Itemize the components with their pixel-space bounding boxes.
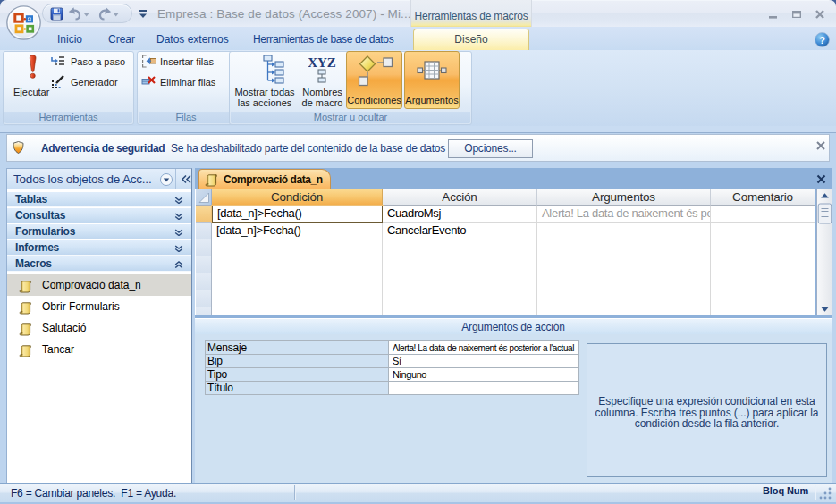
- svg-text:?: ?: [819, 35, 825, 46]
- svg-text:XYZ: XYZ: [308, 55, 336, 70]
